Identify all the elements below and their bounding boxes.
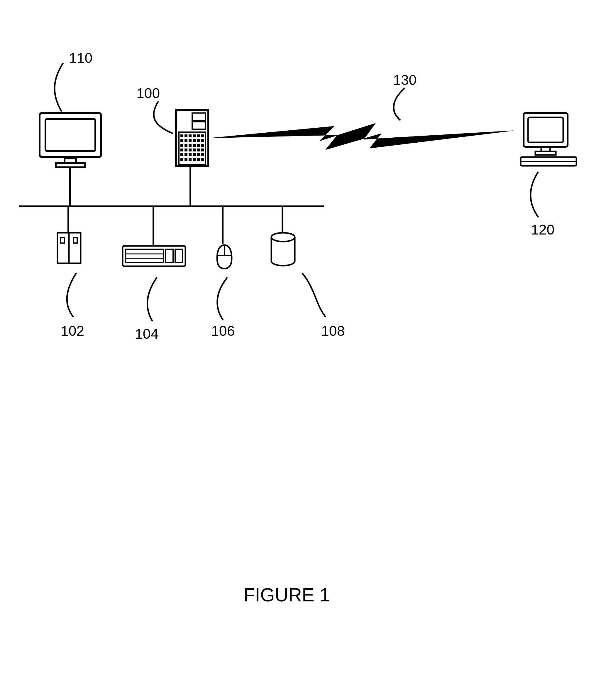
label-106: 106 xyxy=(211,323,235,339)
label-102: 102 xyxy=(61,323,84,339)
label-100: 100 xyxy=(136,85,160,101)
label-110: 110 xyxy=(69,50,92,66)
label-108: 108 xyxy=(321,323,345,339)
label-120: 120 xyxy=(531,222,555,238)
diagram-page: 110 100 130 120 102 104 106 108 FIGURE 1 xyxy=(0,0,616,678)
label-130: 130 xyxy=(393,72,416,88)
figure-caption: FIGURE 1 xyxy=(243,584,330,606)
label-104: 104 xyxy=(135,326,158,342)
